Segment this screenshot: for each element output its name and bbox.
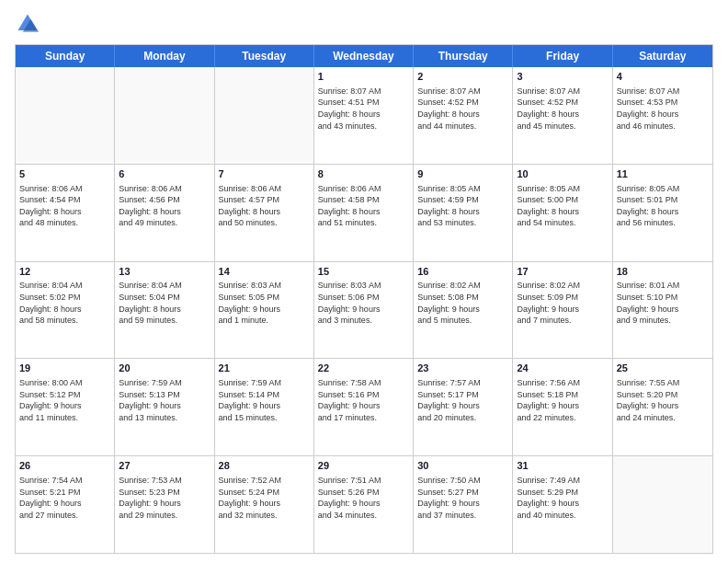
calendar-day: 29Sunrise: 7:51 AM Sunset: 5:26 PM Dayli…	[314, 456, 414, 553]
day-number: 24	[517, 362, 608, 375]
day-info: Sunrise: 8:07 AM Sunset: 4:53 PM Dayligh…	[617, 86, 709, 132]
day-info: Sunrise: 8:03 AM Sunset: 5:05 PM Dayligh…	[219, 280, 310, 326]
day-info: Sunrise: 8:02 AM Sunset: 5:09 PM Dayligh…	[517, 280, 608, 326]
calendar: SundayMondayTuesdayWednesdayThursdayFrid…	[15, 44, 713, 554]
calendar-header: SundayMondayTuesdayWednesdayThursdayFrid…	[16, 45, 712, 67]
day-number: 7	[219, 167, 310, 181]
day-info: Sunrise: 8:06 AM Sunset: 4:58 PM Dayligh…	[318, 183, 409, 229]
calendar-row: 5Sunrise: 8:06 AM Sunset: 4:54 PM Daylig…	[16, 165, 712, 262]
day-info: Sunrise: 7:56 AM Sunset: 5:18 PM Dayligh…	[517, 377, 608, 423]
day-number: 20	[119, 362, 210, 375]
day-info: Sunrise: 7:58 AM Sunset: 5:16 PM Dayligh…	[318, 377, 409, 423]
day-number: 3	[517, 70, 608, 84]
weekday-header: Sunday	[16, 45, 115, 67]
day-number: 8	[318, 167, 409, 181]
day-info: Sunrise: 7:49 AM Sunset: 5:29 PM Dayligh…	[517, 475, 608, 521]
weekday-header: Monday	[115, 45, 214, 67]
weekday-header: Friday	[513, 45, 612, 67]
day-number: 10	[517, 167, 608, 181]
calendar-day: 9Sunrise: 8:05 AM Sunset: 4:59 PM Daylig…	[414, 165, 513, 261]
day-number: 28	[219, 459, 310, 473]
calendar-day: 26Sunrise: 7:54 AM Sunset: 5:21 PM Dayli…	[16, 456, 115, 553]
calendar-empty-day	[16, 67, 115, 164]
header	[15, 11, 713, 37]
day-number: 15	[318, 265, 409, 279]
day-number: 29	[318, 459, 409, 473]
weekday-header: Wednesday	[314, 45, 414, 67]
day-number: 2	[417, 70, 508, 84]
day-info: Sunrise: 7:57 AM Sunset: 5:17 PM Dayligh…	[417, 377, 508, 423]
calendar-day: 5Sunrise: 8:06 AM Sunset: 4:54 PM Daylig…	[16, 165, 115, 261]
logo	[15, 11, 44, 37]
calendar-day: 13Sunrise: 8:04 AM Sunset: 5:04 PM Dayli…	[115, 262, 214, 359]
day-info: Sunrise: 8:05 AM Sunset: 4:59 PM Dayligh…	[417, 183, 508, 229]
weekday-header: Saturday	[613, 45, 712, 67]
day-number: 18	[617, 265, 709, 279]
calendar-day: 30Sunrise: 7:50 AM Sunset: 5:27 PM Dayli…	[414, 456, 513, 553]
calendar-day: 3Sunrise: 8:07 AM Sunset: 4:52 PM Daylig…	[513, 67, 612, 164]
day-info: Sunrise: 7:51 AM Sunset: 5:26 PM Dayligh…	[318, 475, 409, 521]
day-number: 1	[318, 70, 409, 84]
calendar-day: 21Sunrise: 7:59 AM Sunset: 5:14 PM Dayli…	[215, 359, 314, 455]
day-info: Sunrise: 8:00 AM Sunset: 5:12 PM Dayligh…	[19, 377, 110, 423]
calendar-day: 31Sunrise: 7:49 AM Sunset: 5:29 PM Dayli…	[513, 456, 612, 553]
day-info: Sunrise: 8:05 AM Sunset: 5:01 PM Dayligh…	[617, 183, 709, 229]
day-number: 17	[517, 265, 608, 279]
calendar-day: 12Sunrise: 8:04 AM Sunset: 5:02 PM Dayli…	[16, 262, 115, 359]
calendar-day: 1Sunrise: 8:07 AM Sunset: 4:51 PM Daylig…	[314, 67, 414, 164]
day-info: Sunrise: 8:07 AM Sunset: 4:51 PM Dayligh…	[318, 86, 409, 132]
day-info: Sunrise: 8:04 AM Sunset: 5:04 PM Dayligh…	[119, 280, 210, 326]
day-info: Sunrise: 7:54 AM Sunset: 5:21 PM Dayligh…	[19, 475, 110, 521]
calendar-day: 15Sunrise: 8:03 AM Sunset: 5:06 PM Dayli…	[314, 262, 414, 359]
day-number: 30	[417, 459, 508, 473]
calendar-day: 25Sunrise: 7:55 AM Sunset: 5:20 PM Dayli…	[613, 359, 712, 455]
calendar-day: 28Sunrise: 7:52 AM Sunset: 5:24 PM Dayli…	[215, 456, 314, 553]
day-info: Sunrise: 8:06 AM Sunset: 4:56 PM Dayligh…	[119, 183, 210, 229]
weekday-header: Tuesday	[215, 45, 314, 67]
calendar-day: 20Sunrise: 7:59 AM Sunset: 5:13 PM Dayli…	[115, 359, 214, 455]
weekday-header: Thursday	[414, 45, 513, 67]
calendar-day: 17Sunrise: 8:02 AM Sunset: 5:09 PM Dayli…	[513, 262, 612, 359]
logo-icon	[15, 11, 40, 37]
calendar-day: 22Sunrise: 7:58 AM Sunset: 5:16 PM Dayli…	[314, 359, 414, 455]
day-info: Sunrise: 7:50 AM Sunset: 5:27 PM Dayligh…	[417, 475, 508, 521]
day-info: Sunrise: 7:52 AM Sunset: 5:24 PM Dayligh…	[219, 475, 310, 521]
day-number: 31	[517, 459, 608, 473]
day-number: 11	[617, 167, 709, 181]
day-number: 6	[119, 167, 210, 181]
day-info: Sunrise: 8:07 AM Sunset: 4:52 PM Dayligh…	[417, 86, 508, 132]
calendar-day: 18Sunrise: 8:01 AM Sunset: 5:10 PM Dayli…	[613, 262, 712, 359]
calendar-day: 6Sunrise: 8:06 AM Sunset: 4:56 PM Daylig…	[115, 165, 214, 261]
calendar-day: 16Sunrise: 8:02 AM Sunset: 5:08 PM Dayli…	[414, 262, 513, 359]
day-info: Sunrise: 8:07 AM Sunset: 4:52 PM Dayligh…	[517, 86, 608, 132]
day-info: Sunrise: 7:59 AM Sunset: 5:14 PM Dayligh…	[219, 377, 310, 423]
day-number: 14	[219, 265, 310, 279]
day-number: 21	[219, 362, 310, 375]
calendar-day: 7Sunrise: 8:06 AM Sunset: 4:57 PM Daylig…	[215, 165, 314, 261]
day-info: Sunrise: 8:05 AM Sunset: 5:00 PM Dayligh…	[517, 183, 608, 229]
calendar-day: 19Sunrise: 8:00 AM Sunset: 5:12 PM Dayli…	[16, 359, 115, 455]
day-info: Sunrise: 8:03 AM Sunset: 5:06 PM Dayligh…	[318, 280, 409, 326]
calendar-empty-day	[613, 456, 712, 553]
day-number: 4	[617, 70, 709, 84]
calendar-day: 10Sunrise: 8:05 AM Sunset: 5:00 PM Dayli…	[513, 165, 612, 261]
calendar-empty-day	[115, 67, 214, 164]
calendar-empty-day	[215, 67, 314, 164]
day-info: Sunrise: 8:02 AM Sunset: 5:08 PM Dayligh…	[417, 280, 508, 326]
day-number: 19	[19, 362, 110, 375]
day-info: Sunrise: 7:55 AM Sunset: 5:20 PM Dayligh…	[617, 377, 709, 423]
calendar-day: 14Sunrise: 8:03 AM Sunset: 5:05 PM Dayli…	[215, 262, 314, 359]
calendar-day: 11Sunrise: 8:05 AM Sunset: 5:01 PM Dayli…	[613, 165, 712, 261]
day-info: Sunrise: 8:04 AM Sunset: 5:02 PM Dayligh…	[19, 280, 110, 326]
calendar-day: 2Sunrise: 8:07 AM Sunset: 4:52 PM Daylig…	[414, 67, 513, 164]
day-info: Sunrise: 8:06 AM Sunset: 4:54 PM Dayligh…	[19, 183, 110, 229]
day-number: 26	[19, 459, 110, 473]
day-number: 27	[119, 459, 210, 473]
day-info: Sunrise: 7:59 AM Sunset: 5:13 PM Dayligh…	[119, 377, 210, 423]
day-info: Sunrise: 8:01 AM Sunset: 5:10 PM Dayligh…	[617, 280, 709, 326]
day-info: Sunrise: 8:06 AM Sunset: 4:57 PM Dayligh…	[219, 183, 310, 229]
page: SundayMondayTuesdayWednesdayThursdayFrid…	[0, 0, 728, 563]
calendar-row: 26Sunrise: 7:54 AM Sunset: 5:21 PM Dayli…	[16, 456, 712, 553]
day-number: 22	[318, 362, 409, 375]
day-number: 9	[417, 167, 508, 181]
